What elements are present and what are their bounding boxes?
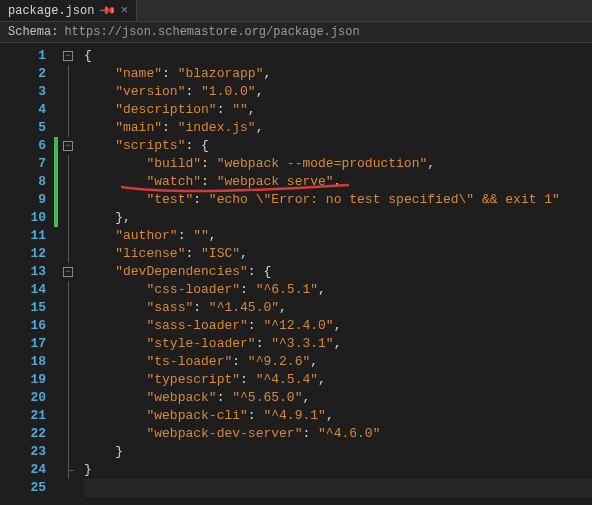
line-number: 21 <box>0 407 46 425</box>
code-editor[interactable]: 1 2 3 4 5 6 7 8 9 10 11 12 13 14 15 16 1… <box>0 43 592 504</box>
fold-toggle-icon[interactable]: − <box>63 267 73 277</box>
line-number: 3 <box>0 83 46 101</box>
code-line: "css-loader": "^6.5.1", <box>84 281 592 299</box>
line-number: 10 <box>0 209 46 227</box>
line-number: 8 <box>0 173 46 191</box>
schema-url[interactable]: https://json.schemastore.org/package.jso… <box>64 25 359 39</box>
code-line: "typescript": "^4.5.4", <box>84 371 592 389</box>
code-line: "version": "1.0.0", <box>84 83 592 101</box>
code-line <box>84 479 592 497</box>
line-number: 19 <box>0 371 46 389</box>
line-number: 16 <box>0 317 46 335</box>
code-line: "build": "webpack --mode=production", <box>84 155 592 173</box>
line-number: 6 <box>0 137 46 155</box>
schema-label: Schema: <box>8 25 58 39</box>
line-number: 13 <box>0 263 46 281</box>
line-number: 20 <box>0 389 46 407</box>
line-number: 15 <box>0 299 46 317</box>
code-line: "test": "echo \"Error: no test specified… <box>84 191 592 209</box>
code-line: "description": "", <box>84 101 592 119</box>
code-line: }, <box>84 209 592 227</box>
line-number: 1 <box>0 47 46 65</box>
line-number: 7 <box>0 155 46 173</box>
tab-bar: package.json 📌 × <box>0 0 592 22</box>
line-number: 24 <box>0 461 46 479</box>
line-number: 4 <box>0 101 46 119</box>
line-number: 22 <box>0 425 46 443</box>
fold-gutter: − − − <box>58 43 78 504</box>
code-area[interactable]: { "name": "blazorapp", "version": "1.0.0… <box>78 43 592 504</box>
line-number: 14 <box>0 281 46 299</box>
line-number: 17 <box>0 335 46 353</box>
line-number: 12 <box>0 245 46 263</box>
code-line: "sass": "^1.45.0", <box>84 299 592 317</box>
code-line: "author": "", <box>84 227 592 245</box>
fold-toggle-icon[interactable]: − <box>63 141 73 151</box>
line-number-gutter: 1 2 3 4 5 6 7 8 9 10 11 12 13 14 15 16 1… <box>0 43 54 504</box>
line-number: 9 <box>0 191 46 209</box>
code-line: "watch": "webpack serve", <box>84 173 592 191</box>
close-icon[interactable]: × <box>120 3 128 18</box>
line-number: 11 <box>0 227 46 245</box>
code-line: { <box>84 47 592 65</box>
code-line: } <box>84 461 592 479</box>
file-tab[interactable]: package.json 📌 × <box>0 0 137 21</box>
tab-filename: package.json <box>8 4 94 18</box>
code-line: "webpack-cli": "^4.9.1", <box>84 407 592 425</box>
code-line: "license": "ISC", <box>84 245 592 263</box>
code-line: "devDependencies": { <box>84 263 592 281</box>
line-number: 2 <box>0 65 46 83</box>
code-line: "sass-loader": "^12.4.0", <box>84 317 592 335</box>
code-line: "name": "blazorapp", <box>84 65 592 83</box>
code-line: } <box>84 443 592 461</box>
line-number: 23 <box>0 443 46 461</box>
code-line: "main": "index.js", <box>84 119 592 137</box>
line-number: 5 <box>0 119 46 137</box>
code-line: "scripts": { <box>84 137 592 155</box>
line-number: 25 <box>0 479 46 497</box>
code-line: "webpack": "^5.65.0", <box>84 389 592 407</box>
pin-icon[interactable]: 📌 <box>98 1 117 20</box>
schema-bar: Schema: https://json.schemastore.org/pac… <box>0 22 592 43</box>
fold-toggle-icon[interactable]: − <box>63 51 73 61</box>
code-line: "style-loader": "^3.3.1", <box>84 335 592 353</box>
line-number: 18 <box>0 353 46 371</box>
code-line: "webpack-dev-server": "^4.6.0" <box>84 425 592 443</box>
code-line: "ts-loader": "^9.2.6", <box>84 353 592 371</box>
